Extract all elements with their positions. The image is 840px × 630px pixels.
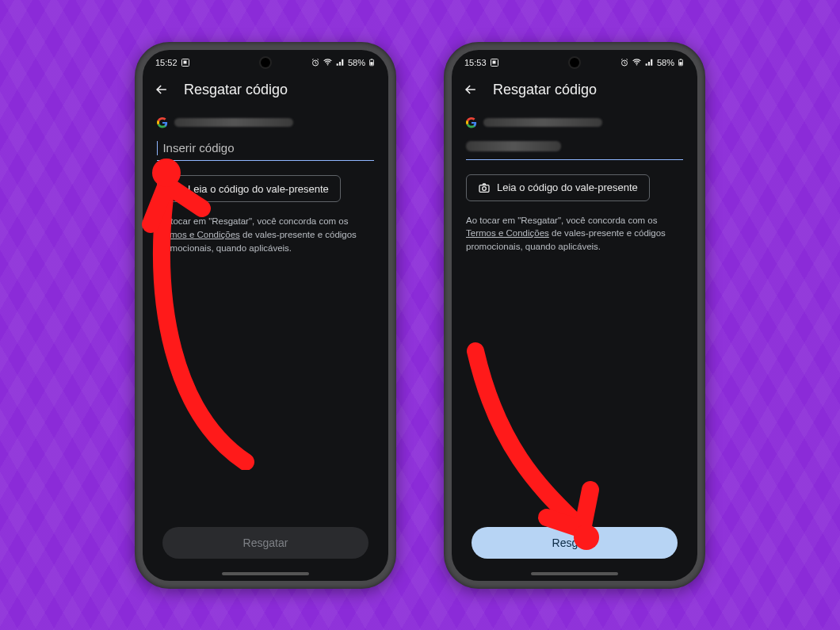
redeem-bar: Resgatar: [143, 527, 388, 559]
account-email-redacted: [174, 118, 293, 127]
phones-row: 15:52 58% Resgatar código: [0, 0, 840, 630]
terms-link[interactable]: Termos e Condições: [466, 228, 549, 238]
wifi-icon: [632, 57, 642, 67]
terms-text: Ao tocar em "Resgatar", você concorda co…: [466, 214, 683, 254]
svg-point-3: [327, 64, 329, 66]
front-camera: [261, 58, 270, 67]
gesture-nav-handle[interactable]: [531, 572, 618, 575]
signal-icon: [335, 57, 346, 67]
redeem-bar: Resgatar: [452, 527, 697, 559]
camera-icon: [169, 182, 181, 195]
page-title: Resgatar código: [493, 82, 597, 98]
app-bar: Resgatar código: [143, 71, 388, 106]
screenshot-icon: [181, 58, 190, 67]
svg-point-18: [483, 186, 487, 190]
code-placeholder: Inserir código: [162, 141, 234, 155]
google-logo-icon: [466, 117, 477, 128]
redeem-label: Resgatar: [552, 536, 598, 549]
redeem-button[interactable]: Resgatar: [162, 527, 368, 559]
svg-rect-16: [680, 59, 682, 59]
back-arrow-icon[interactable]: [154, 82, 170, 97]
terms-link[interactable]: Termos e Condições: [157, 230, 240, 239]
code-value-redacted: [466, 141, 561, 151]
redeem-button[interactable]: Resgatar: [472, 527, 678, 559]
code-input[interactable]: Inserir código: [157, 139, 374, 162]
signal-icon: [644, 57, 655, 67]
phone-mockup-right: 15:53 58% Resgatar código: [444, 42, 705, 589]
svg-rect-5: [370, 62, 372, 65]
account-row[interactable]: [466, 117, 683, 128]
scan-gift-card-button[interactable]: Leia o código do vale-presente: [157, 175, 341, 202]
scan-button-label: Leia o código do vale-presente: [188, 183, 329, 195]
front-camera: [570, 58, 579, 67]
svg-rect-6: [371, 59, 372, 59]
svg-rect-15: [679, 62, 682, 65]
account-email-redacted: [483, 118, 602, 127]
status-time: 15:52: [155, 58, 178, 67]
back-arrow-icon[interactable]: [463, 82, 479, 97]
scan-button-label: Leia o código do vale-presente: [497, 181, 638, 193]
app-bar: Resgatar código: [452, 71, 697, 106]
account-row[interactable]: [157, 117, 374, 128]
code-input[interactable]: [466, 139, 683, 160]
battery-icon: [677, 57, 685, 68]
google-logo-icon: [157, 117, 168, 128]
page-title: Resgatar código: [184, 82, 288, 98]
phone-screen-right: 15:53 58% Resgatar código: [452, 50, 697, 581]
wifi-icon: [323, 57, 333, 67]
svg-point-8: [174, 188, 178, 192]
gesture-nav-handle[interactable]: [222, 572, 309, 575]
svg-point-13: [636, 64, 638, 66]
phone-mockup-left: 15:52 58% Resgatar código: [135, 42, 396, 589]
camera-icon: [478, 181, 491, 194]
alarm-icon: [620, 58, 629, 67]
terms-prefix: Ao tocar em "Resgatar", você concorda co…: [157, 216, 348, 226]
terms-text: Ao tocar em "Resgatar", você concorda co…: [157, 215, 374, 254]
battery-icon: [368, 57, 376, 68]
status-time: 15:53: [464, 58, 487, 67]
screenshot-icon: [490, 58, 499, 67]
svg-rect-11: [492, 60, 495, 63]
phone-screen-left: 15:52 58% Resgatar código: [143, 50, 388, 581]
text-cursor: [157, 141, 158, 155]
scan-gift-card-button[interactable]: Leia o código do vale-presente: [466, 174, 650, 201]
battery-pct: 58%: [348, 58, 365, 67]
terms-prefix: Ao tocar em "Resgatar", você concorda co…: [466, 216, 657, 225]
svg-rect-17: [479, 185, 489, 192]
redeem-label: Resgatar: [243, 536, 288, 549]
svg-rect-7: [170, 186, 180, 193]
battery-pct: 58%: [657, 58, 674, 67]
alarm-icon: [311, 58, 320, 67]
svg-rect-1: [183, 60, 186, 63]
